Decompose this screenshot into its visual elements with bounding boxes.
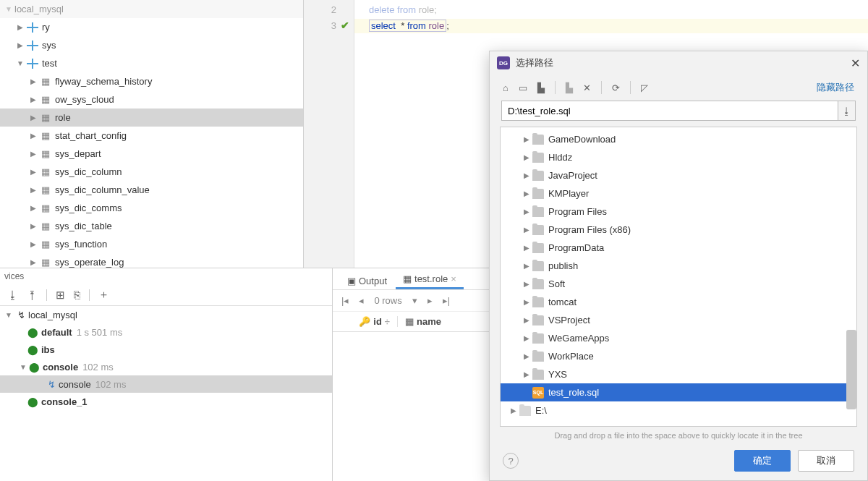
help-icon[interactable]: ? — [503, 453, 519, 469]
svc-root[interactable]: ▼↯local_mysql — [0, 306, 332, 323]
close-icon: × — [451, 273, 456, 284]
folder-row[interactable]: ▶KMPlayer — [501, 184, 856, 203]
new-folder-icon[interactable]: ▙ — [566, 82, 573, 93]
folder-row[interactable]: ▶publish — [501, 257, 856, 275]
dialog-toolbar: ⌂ ▭ ▙ ▙ ✕ ⟳ ◸ 隐藏路径 — [490, 75, 867, 101]
folder-row[interactable]: ▶Program Files — [501, 203, 856, 221]
table-row[interactable]: ▶▦sys_dic_comms — [0, 199, 303, 217]
home-icon[interactable]: ⌂ — [503, 82, 509, 93]
folder-row[interactable]: ▶ProgramData — [501, 239, 856, 257]
table-role[interactable]: ▶▦role — [0, 108, 303, 127]
database-tree: ▼local_mysql ▶ry ▶sys ▼test ▶▦flyway_sch… — [0, 0, 304, 268]
table-row[interactable]: ▶▦sys_dic_column_value — [0, 181, 303, 199]
folder-row[interactable]: ▶YXS — [501, 365, 856, 383]
terminal-icon: ▣ — [347, 276, 356, 286]
expand-icon[interactable]: ⭳ — [7, 289, 18, 301]
add-icon[interactable]: ＋ — [98, 288, 109, 302]
svc-ibs[interactable]: ⬤ibs — [0, 341, 332, 358]
first-icon[interactable]: |◂ — [341, 295, 349, 306]
row-count: 0 rows — [374, 295, 401, 306]
dialog-title: 选择路径 — [516, 56, 553, 69]
table-row[interactable]: ▶▦flyway_schema_history — [0, 72, 303, 90]
schema-test[interactable]: ▼test — [0, 54, 303, 72]
tab-output[interactable]: ▣Output — [340, 271, 394, 289]
project-icon[interactable]: ▙ — [537, 82, 545, 93]
refresh-icon[interactable]: ⟳ — [612, 82, 620, 93]
last-icon[interactable]: ▸| — [443, 295, 450, 306]
services-heading: vices — [0, 268, 332, 284]
prev-icon[interactable]: ◂ — [359, 295, 364, 306]
table-icon: ▦ — [405, 316, 414, 327]
show-hidden-icon[interactable]: ◸ — [641, 82, 648, 93]
collapse-icon[interactable]: ⭱ — [27, 289, 38, 301]
folder-row[interactable]: ▶Hlddz — [501, 148, 856, 166]
tab-testrole[interactable]: ▦test.role× — [396, 269, 464, 289]
choose-path-dialog: DG 选择路径 ✕ ⌂ ▭ ▙ ▙ ✕ ⟳ ◸ 隐藏路径 ⭳ ▶GameDown… — [489, 51, 868, 481]
folder-row[interactable]: ▶VSProject — [501, 311, 856, 329]
delete-icon[interactable]: ✕ — [583, 82, 591, 93]
svc-console[interactable]: ▼⬤console102 ms — [0, 358, 332, 375]
folder-row[interactable]: ▶Program Files (x86) — [501, 221, 856, 239]
schema-sys[interactable]: ▶sys — [0, 36, 303, 54]
services-toolbar: ⭳ ⭱ ⊞ ⎘ ＋ — [0, 284, 332, 306]
check-icon: ✔ — [341, 20, 349, 31]
table-row[interactable]: ▶▦stat_chart_config — [0, 127, 303, 145]
file-tree: ▶GameDownload ▶Hlddz ▶JavaProject ▶KMPla… — [500, 127, 857, 427]
save-path-icon[interactable]: ⭳ — [838, 101, 856, 121]
schema-row: ▼local_mysql — [0, 0, 303, 18]
folder-row[interactable]: ▶Soft — [501, 275, 856, 293]
scrollbar[interactable] — [846, 330, 856, 409]
svc-console-inner[interactable]: ↯console102 ms — [0, 375, 332, 393]
bookmark-icon[interactable]: ⎘ — [74, 289, 80, 301]
table-row[interactable]: ▶▦sys_dic_column — [0, 163, 303, 181]
folder-row[interactable]: ▶JavaProject — [501, 166, 856, 184]
editor-gutter: 2 3✔ — [304, 0, 354, 268]
schema-ry[interactable]: ▶ry — [0, 18, 303, 36]
folder-row[interactable]: ▶WeGameApps — [501, 329, 856, 347]
table-row[interactable]: ▶▦ow_sys_cloud — [0, 90, 303, 108]
desktop-icon[interactable]: ▭ — [519, 82, 527, 93]
table-row[interactable]: ▶▦sys_operate_log — [0, 253, 303, 268]
drop-hint: Drag and drop a file into the space abov… — [490, 427, 867, 441]
sql-file-icon: SQL — [532, 387, 544, 399]
grid-icon[interactable]: ⊞ — [56, 289, 65, 302]
drive-e[interactable]: ▶E:\ — [501, 401, 856, 420]
folder-row[interactable]: ▶tomcat — [501, 293, 856, 311]
table-row[interactable]: ▶▦sys_function — [0, 235, 303, 253]
hide-path-link[interactable]: 隐藏路径 — [817, 81, 854, 94]
folder-row[interactable]: ▶WorkPlace — [501, 347, 856, 365]
svc-default[interactable]: ⬤default1 s 501 ms — [0, 323, 332, 341]
table-row[interactable]: ▶▦sys_depart — [0, 145, 303, 163]
cancel-button[interactable]: 取消 — [798, 450, 854, 472]
next-icon[interactable]: ▸ — [427, 295, 433, 306]
table-row[interactable]: ▶▦sys_dic_table — [0, 217, 303, 235]
ok-button[interactable]: 确定 — [734, 450, 791, 472]
close-icon[interactable]: ✕ — [851, 56, 860, 70]
file-test-role-sql[interactable]: SQLtest_role.sql — [501, 383, 856, 401]
folder-row[interactable]: ▶GameDownload — [501, 130, 856, 148]
path-input[interactable] — [501, 101, 838, 121]
app-logo-icon: DG — [497, 56, 510, 69]
table-icon: ▦ — [403, 273, 412, 284]
svc-console1[interactable]: ⬤console_1 — [0, 393, 332, 410]
